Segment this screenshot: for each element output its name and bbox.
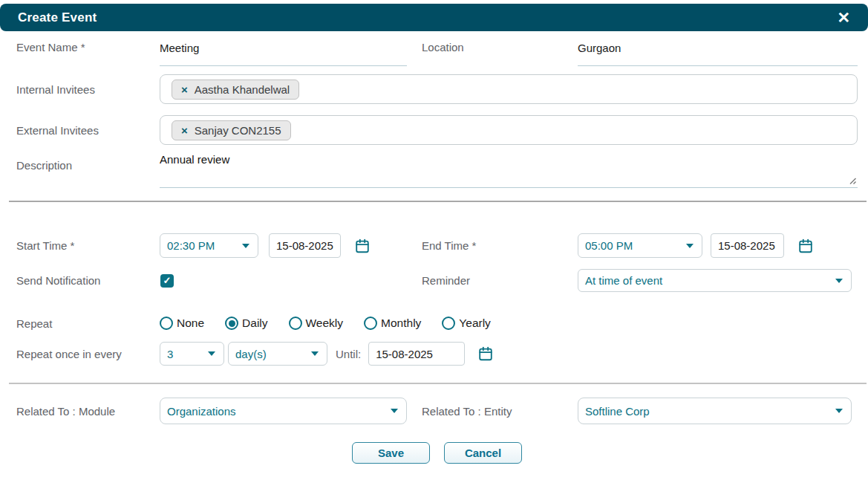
start-time-select[interactable]: 02:30 PM [160,233,258,258]
chip-remove-icon[interactable]: × [181,125,188,136]
notification-row: Send Notification ✓ Reminder At time of … [16,269,858,292]
external-invitees-field[interactable]: × Sanjay CON2155 [160,115,858,145]
radio-none[interactable]: None [160,317,204,330]
calendar-icon[interactable] [797,238,814,254]
internal-invitees-row: Internal Invitees × Aastha Khandelwal [16,74,858,104]
dialog-header: Create Event ✕ [0,4,868,31]
end-time-group: 05:00 PM 15-08-2025 [578,233,858,258]
invitee-chip: × Aastha Khandelwal [172,80,299,100]
repeat-every-label: Repeat once in every [16,348,160,360]
related-entity-value: Softline Corp [585,405,650,418]
chip-label: Sanjay CON2155 [195,124,281,137]
radio-yearly[interactable]: Yearly [442,317,491,330]
location-value: Gurgaon [578,42,621,54]
external-invitees-label: External Invitees [16,124,160,137]
cancel-button[interactable]: Cancel [444,442,522,464]
repeat-interval-value: 3 [167,348,173,360]
chevron-down-icon [311,351,319,356]
related-module-select[interactable]: Organizations [160,398,407,424]
section-divider [9,201,867,202]
radio-icon [289,317,302,330]
reminder-label: Reminder [422,274,578,287]
chevron-down-icon [686,244,694,248]
radio-label: Monthly [381,317,421,330]
related-entity-select[interactable]: Softline Corp [578,398,852,424]
create-event-dialog: Create Event ✕ Event Name * Meeting Loca… [0,4,868,480]
resize-handle-icon[interactable] [848,176,857,185]
until-label: Until: [336,348,361,360]
start-time-group: 02:30 PM 15-08-2025 [160,233,422,258]
event-name-value: Meeting [160,42,199,54]
radio-icon [442,317,455,330]
external-invitees-row: External Invitees × Sanjay CON2155 [16,115,858,145]
radio-label: None [177,317,204,330]
repeat-interval-select[interactable]: 3 [160,342,224,366]
calendar-icon[interactable] [354,238,371,254]
chevron-down-icon [208,351,215,356]
description-row: Description Annual review [16,152,858,188]
description-label: Description [16,152,160,172]
radio-selected-icon [225,317,238,330]
until-date-value: 15-08-2025 [376,348,433,360]
internal-invitees-label: Internal Invitees [16,83,160,96]
chevron-down-icon [835,279,843,283]
reminder-select[interactable]: At time of event [578,269,852,292]
start-time-label: Start Time * [16,239,160,252]
reminder-value: At time of event [585,274,662,287]
repeat-unit-select[interactable]: day(s) [228,342,327,366]
radio-icon [160,317,173,330]
section-divider [9,383,867,384]
start-time-value: 02:30 PM [167,239,215,252]
repeat-row: Repeat None Daily Weekly Monthly [16,315,858,331]
close-icon[interactable]: ✕ [837,10,850,25]
end-date-value: 15-08-2025 [718,239,775,252]
radio-label: Daily [242,317,267,330]
chevron-down-icon [391,409,398,413]
repeat-options: None Daily Weekly Monthly Yearly [160,317,491,330]
location-input[interactable]: Gurgaon [578,41,858,66]
chevron-down-icon [835,409,843,413]
end-time-value: 05:00 PM [585,239,633,252]
location-label: Location [422,41,578,53]
related-row: Related To : Module Organizations Relate… [16,398,858,424]
send-notification-checkbox[interactable]: ✓ [160,274,174,288]
event-name-label: Event Name * [16,41,160,53]
chip-remove-icon[interactable]: × [181,84,188,95]
repeat-interval-row: Repeat once in every 3 day(s) Until: 15-… [16,342,858,366]
start-date-input[interactable]: 15-08-2025 [269,233,341,258]
radio-monthly[interactable]: Monthly [364,317,421,330]
end-time-select[interactable]: 05:00 PM [578,233,702,258]
save-button[interactable]: Save [352,442,430,464]
send-notification-label: Send Notification [16,274,160,287]
description-value: Annual review [160,153,229,166]
internal-invitees-field[interactable]: × Aastha Khandelwal [160,74,858,104]
time-row: Start Time * 02:30 PM 15-08-2025 End Tim… [16,233,858,258]
calendar-icon[interactable] [477,346,494,362]
dialog-title: Create Event [18,10,97,25]
create-event-form: Event Name * Meeting Location Gurgaon In… [0,41,868,464]
repeat-unit-value: day(s) [235,348,267,360]
until-date-input[interactable]: 15-08-2025 [368,342,465,366]
checkmark-icon: ✓ [163,275,172,286]
chevron-down-icon [242,244,249,248]
event-name-input[interactable]: Meeting [160,41,407,66]
related-module-value: Organizations [167,405,236,418]
radio-label: Yearly [459,317,491,330]
invitee-chip: × Sanjay CON2155 [172,120,291,140]
start-date-value: 15-08-2025 [276,239,333,252]
radio-weekly[interactable]: Weekly [289,317,344,330]
name-location-row: Event Name * Meeting Location Gurgaon [16,41,858,66]
chip-label: Aastha Khandelwal [195,83,290,96]
related-entity-label: Related To : Entity [422,405,578,418]
radio-label: Weekly [306,317,344,330]
send-notification-group: ✓ [160,274,422,288]
radio-icon [364,317,377,330]
related-module-label: Related To : Module [16,405,160,418]
repeat-label: Repeat [16,317,160,330]
radio-daily[interactable]: Daily [225,317,267,330]
action-buttons: Save Cancel [16,442,858,464]
description-textarea[interactable]: Annual review [160,152,858,188]
end-time-label: End Time * [422,239,578,252]
end-date-input[interactable]: 15-08-2025 [711,233,784,258]
